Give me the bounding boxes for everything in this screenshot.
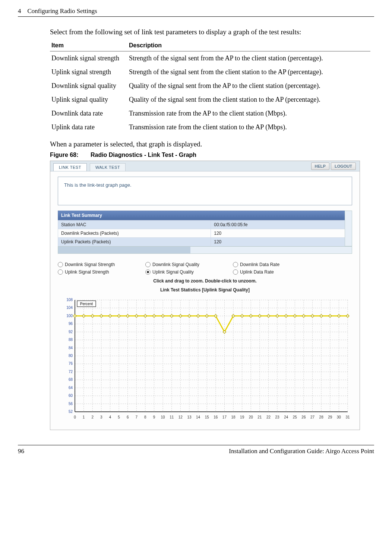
summary-panel: Link Test Summary Station MAC 00:0a:f5:0… bbox=[58, 211, 352, 246]
svg-text:3: 3 bbox=[100, 415, 102, 419]
svg-text:9: 9 bbox=[153, 415, 155, 419]
radio-downlink-signal-quality[interactable]: Downlink Signal Quality bbox=[145, 262, 222, 267]
summary-table: Station MAC 00:0a:f5:00:05:fe Downlink P… bbox=[58, 220, 352, 246]
table-row: Downlink signal strengthStrength of the … bbox=[50, 51, 370, 65]
svg-text:6: 6 bbox=[127, 415, 129, 419]
svg-text:96: 96 bbox=[69, 322, 73, 326]
svg-text:14: 14 bbox=[196, 415, 200, 419]
chapter-number: 4 bbox=[18, 7, 21, 15]
svg-text:52: 52 bbox=[69, 410, 73, 414]
info-panel: This is the link-test graph page. bbox=[58, 177, 352, 205]
page-footer: 96 Installation and Configuration Guide:… bbox=[18, 445, 374, 455]
svg-text:10: 10 bbox=[161, 415, 165, 419]
table-row: Uplink signal qualityQuality of the sign… bbox=[50, 93, 370, 107]
svg-text:30: 30 bbox=[337, 415, 341, 419]
radio-uplink-signal-strength[interactable]: Uplink Signal Strength bbox=[58, 269, 134, 275]
table-row: Uplink Packets (Packets) 120 bbox=[58, 238, 352, 246]
svg-text:104: 104 bbox=[66, 306, 73, 310]
svg-text:11: 11 bbox=[170, 415, 174, 419]
svg-text:29: 29 bbox=[328, 415, 332, 419]
chart-container: Link Test Statistics [Uplink Signal Qual… bbox=[58, 287, 352, 421]
svg-text:20: 20 bbox=[249, 415, 253, 419]
table-row: Downlink data rateTransmission rate from… bbox=[50, 107, 370, 120]
svg-text:4: 4 bbox=[109, 415, 111, 419]
after-table-paragraph: When a parameter is selected, that graph… bbox=[50, 139, 370, 149]
svg-text:12: 12 bbox=[178, 415, 183, 419]
svg-text:27: 27 bbox=[310, 415, 315, 419]
radio-downlink-signal-strength[interactable]: Downlink Signal Strength bbox=[58, 262, 134, 267]
col-desc: Description bbox=[127, 40, 370, 51]
svg-text:22: 22 bbox=[266, 415, 271, 419]
svg-text:19: 19 bbox=[240, 415, 244, 419]
chart-instruction: Click and drag to zoom. Double-click to … bbox=[50, 278, 360, 284]
info-text: This is the link-test graph page. bbox=[64, 182, 132, 188]
svg-text:5: 5 bbox=[118, 415, 120, 419]
help-button[interactable]: HELP bbox=[311, 162, 329, 170]
svg-text:0: 0 bbox=[74, 415, 76, 419]
horizontal-scrollbar[interactable] bbox=[58, 246, 352, 254]
doc-title: Installation and Configuration Guide: Ai… bbox=[229, 448, 374, 455]
svg-text:13: 13 bbox=[187, 415, 192, 419]
svg-text:88: 88 bbox=[69, 338, 73, 342]
tab-bar: LINK TEST WALK TEST HELP LOGOUT bbox=[50, 161, 360, 171]
tab-link-test[interactable]: LINK TEST bbox=[53, 163, 87, 171]
figure-title: Radio Diagnostics - Link Test - Graph bbox=[91, 152, 196, 158]
page-header: 4 Configuring Radio Settings bbox=[18, 7, 374, 17]
table-row: Uplink signal strengthStrength of the si… bbox=[50, 65, 370, 79]
parameters-table: Item Description Downlink signal strengt… bbox=[50, 40, 370, 134]
svg-text:64: 64 bbox=[69, 386, 73, 390]
radio-downlink-data-rate[interactable]: Downlink Data Rate bbox=[233, 262, 309, 267]
table-row: Downlink signal qualityQuality of the si… bbox=[50, 79, 370, 93]
svg-text:84: 84 bbox=[69, 346, 73, 350]
svg-text:31: 31 bbox=[345, 415, 350, 419]
svg-text:60: 60 bbox=[69, 394, 73, 398]
svg-text:28: 28 bbox=[319, 415, 324, 419]
vertical-scrollbar[interactable] bbox=[345, 211, 352, 246]
svg-text:25: 25 bbox=[293, 415, 297, 419]
radio-group: Downlink Signal Strength Downlink Signal… bbox=[58, 262, 352, 275]
svg-text:18: 18 bbox=[231, 415, 235, 419]
svg-text:80: 80 bbox=[69, 354, 73, 358]
tab-walk-test[interactable]: WALK TEST bbox=[90, 163, 126, 171]
table-row: Uplink data rateTransmission rate from t… bbox=[50, 120, 370, 134]
radio-uplink-signal-quality[interactable]: Uplink Signal Quality bbox=[145, 269, 222, 275]
svg-text:68: 68 bbox=[69, 378, 73, 382]
svg-text:56: 56 bbox=[69, 402, 73, 406]
logout-button[interactable]: LOGOUT bbox=[331, 162, 356, 170]
svg-text:17: 17 bbox=[222, 415, 227, 419]
svg-text:23: 23 bbox=[275, 415, 280, 419]
svg-text:76: 76 bbox=[69, 362, 73, 366]
radio-uplink-data-rate[interactable]: Uplink Data Rate bbox=[233, 269, 309, 275]
svg-text:24: 24 bbox=[284, 415, 288, 419]
svg-text:108: 108 bbox=[66, 298, 73, 302]
line-chart[interactable]: 0123456789101112131415161718192021222324… bbox=[58, 295, 352, 421]
figure-caption: Figure 68: Radio Diagnostics - Link Test… bbox=[50, 152, 370, 158]
summary-header: Link Test Summary bbox=[58, 211, 352, 220]
chart-title: Link Test Statistics [Uplink Signal Qual… bbox=[58, 287, 352, 293]
table-row: Station MAC 00:0a:f5:00:05:fe bbox=[58, 221, 352, 229]
svg-text:7: 7 bbox=[136, 415, 138, 419]
svg-text:21: 21 bbox=[257, 415, 262, 419]
svg-text:92: 92 bbox=[69, 330, 73, 334]
chapter-title: Configuring Radio Settings bbox=[28, 7, 97, 15]
svg-text:100: 100 bbox=[66, 314, 73, 318]
table-row: Downlink Packects (Packets) 120 bbox=[58, 229, 352, 238]
svg-text:72: 72 bbox=[69, 370, 73, 374]
col-item: Item bbox=[50, 40, 127, 51]
svg-text:26: 26 bbox=[301, 415, 306, 419]
figure-number: Figure 68: bbox=[50, 152, 78, 158]
svg-text:15: 15 bbox=[205, 415, 209, 419]
svg-text:2: 2 bbox=[91, 415, 94, 419]
svg-text:1: 1 bbox=[83, 415, 85, 419]
svg-text:16: 16 bbox=[214, 415, 218, 419]
screenshot-figure: LINK TEST WALK TEST HELP LOGOUT This is … bbox=[50, 161, 360, 430]
svg-text:8: 8 bbox=[144, 415, 146, 419]
intro-paragraph: Select from the following set of link te… bbox=[50, 27, 370, 37]
svg-text:Percent: Percent bbox=[80, 302, 93, 306]
page-number: 96 bbox=[18, 448, 33, 455]
